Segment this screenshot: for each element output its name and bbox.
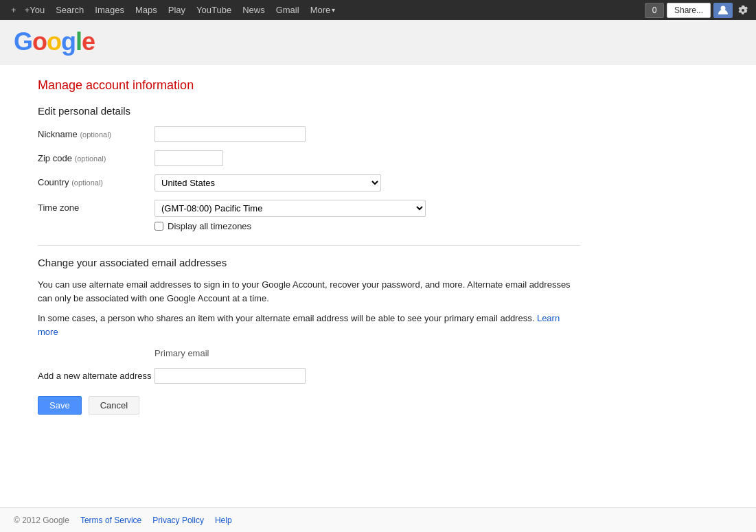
primary-email-label: Primary email xyxy=(154,348,209,358)
edit-section-title: Edit personal details xyxy=(38,105,580,117)
profile-icon[interactable] xyxy=(713,3,733,18)
nav-maps[interactable]: Maps xyxy=(130,0,163,20)
section-divider xyxy=(38,245,580,246)
primary-email-row: Primary email xyxy=(154,348,580,358)
more-arrow-icon: ▾ xyxy=(332,6,335,14)
notification-button[interactable]: 0 xyxy=(645,3,664,18)
topbar: + +You Search Images Maps Play YouTube N… xyxy=(0,0,756,20)
email-section: Change your associated email addresses Y… xyxy=(38,257,580,415)
display-all-timezones-row: Display all timezones xyxy=(154,221,426,231)
country-select[interactable]: United States Canada United Kingdom Aust… xyxy=(154,174,381,192)
timezone-field: (GMT-08:00) Pacific Time (GMT-07:00) Mou… xyxy=(154,200,426,231)
form-buttons: Save Cancel xyxy=(38,396,580,415)
settings-gear-icon[interactable] xyxy=(735,3,751,18)
nav-play[interactable]: Play xyxy=(163,0,191,20)
share-button[interactable]: Share... xyxy=(667,3,711,18)
zipcode-optional: (optional) xyxy=(75,154,106,163)
display-all-timezones-label: Display all timezones xyxy=(168,221,251,231)
country-row: Country (optional) United States Canada … xyxy=(38,174,580,192)
country-optional: (optional) xyxy=(71,178,103,187)
nav-news[interactable]: News xyxy=(237,0,271,20)
zipcode-row: Zip code (optional) xyxy=(38,150,580,166)
alt-address-label: Add a new alternate address xyxy=(38,371,154,381)
nav-youtube[interactable]: YouTube xyxy=(191,0,237,20)
timezone-select[interactable]: (GMT-08:00) Pacific Time (GMT-07:00) Mou… xyxy=(154,200,426,217)
nickname-input[interactable] xyxy=(154,126,306,142)
nickname-optional: (optional) xyxy=(80,130,111,139)
email-description-1: You can use alternate email addresses to… xyxy=(38,278,580,305)
nav-more[interactable]: More ▾ xyxy=(305,0,341,20)
nav-search[interactable]: Search xyxy=(50,0,89,20)
zipcode-input[interactable] xyxy=(154,150,223,166)
main-content: Manage account information Edit personal… xyxy=(0,65,618,442)
timezone-row: Time zone (GMT-08:00) Pacific Time (GMT-… xyxy=(38,200,580,231)
country-label: Country (optional) xyxy=(38,174,154,187)
nav-gmail[interactable]: Gmail xyxy=(271,0,305,20)
personal-details-form: Nickname (optional) Zip code (optional) … xyxy=(38,126,580,231)
email-description-2: In some cases, a person who shares an it… xyxy=(38,312,580,338)
zipcode-label: Zip code (optional) xyxy=(38,150,154,163)
cancel-button[interactable]: Cancel xyxy=(89,396,139,415)
alternate-email-row: Add a new alternate address xyxy=(38,368,580,384)
email-section-title: Change your associated email addresses xyxy=(38,257,580,268)
save-button[interactable]: Save xyxy=(38,396,82,415)
nickname-row: Nickname (optional) xyxy=(38,126,580,142)
page-title: Manage account information xyxy=(38,78,580,93)
nav-images[interactable]: Images xyxy=(89,0,130,20)
nickname-label: Nickname (optional) xyxy=(38,126,154,139)
google-logo[interactable]: Google xyxy=(14,27,95,56)
nav-you[interactable]: +You xyxy=(19,0,51,20)
display-all-timezones-checkbox[interactable] xyxy=(154,222,163,231)
timezone-label: Time zone xyxy=(38,200,154,213)
logo-bar: Google xyxy=(0,20,756,65)
alternate-address-input[interactable] xyxy=(154,368,306,384)
plus-prefix: + xyxy=(5,5,19,15)
